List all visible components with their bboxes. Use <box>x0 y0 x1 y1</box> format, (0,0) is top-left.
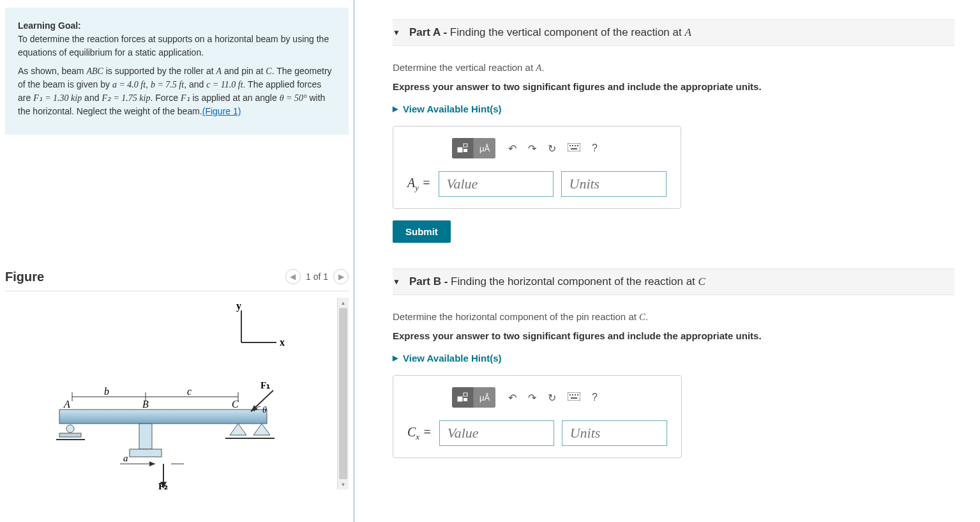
svg-rect-12 <box>130 449 162 457</box>
svg-marker-20 <box>253 424 270 435</box>
part-A-header[interactable]: ▼ Part A - Finding the vertical componen… <box>393 19 954 46</box>
undo-icon[interactable]: ↶ <box>508 392 516 404</box>
axis-x-label: x <box>280 337 285 348</box>
help-icon[interactable]: ? <box>592 142 598 154</box>
svg-rect-11 <box>139 424 152 449</box>
figure-section: Figure ◀ 1 of 1 ▶ y x <box>0 269 354 489</box>
svg-rect-38 <box>572 394 573 395</box>
answer-toolbar: μÅ ↶ ↷ ↻ ? <box>452 387 667 408</box>
figure-next-button[interactable]: ▶ <box>333 269 349 284</box>
special-chars-button[interactable]: μÅ <box>474 138 495 158</box>
point-C-label: C <box>232 399 239 410</box>
figure-prev-button[interactable]: ◀ <box>285 269 301 284</box>
part-A-instruction: Determine the vertical reaction at A. <box>393 62 954 73</box>
dim-b-label: b <box>104 386 109 397</box>
expand-icon: ▶ <box>393 105 398 113</box>
special-chars-button[interactable]: μÅ <box>474 387 495 408</box>
reset-icon[interactable]: ↻ <box>548 392 556 404</box>
dim-c-label: c <box>187 386 192 397</box>
expand-icon: ▶ <box>393 354 398 362</box>
figure-link[interactable]: (Figure 1) <box>202 106 241 116</box>
help-icon[interactable]: ? <box>592 392 598 403</box>
svg-rect-35 <box>464 398 467 401</box>
figure-pager-text: 1 of 1 <box>306 272 328 282</box>
left-panel: Learning Goal: To determine the reaction… <box>0 0 354 522</box>
point-A-label: A <box>63 399 70 410</box>
figure-title: Figure <box>5 270 44 284</box>
template-button[interactable] <box>452 387 474 408</box>
part-B-var-label: Cx = <box>407 425 432 442</box>
learning-goal-box: Learning Goal: To determine the reaction… <box>5 8 349 135</box>
svg-rect-25 <box>464 144 467 147</box>
part-A-var-label: Ay = <box>407 176 431 193</box>
redo-icon[interactable]: ↷ <box>528 392 536 404</box>
figure-pager: ◀ 1 of 1 ▶ <box>285 269 349 284</box>
svg-rect-39 <box>575 394 576 395</box>
part-A-title: Part A - Finding the vertical component … <box>409 26 691 39</box>
part-B-header[interactable]: ▼ Part B - Finding the horizontal compon… <box>393 268 954 295</box>
scroll-thumb[interactable] <box>339 308 347 479</box>
svg-rect-37 <box>569 394 571 395</box>
collapse-icon[interactable]: ▼ <box>393 277 400 286</box>
answer-toolbar: μÅ ↶ ↷ ↻ ? <box>452 138 667 158</box>
force-F2-label: F₂ <box>158 481 168 489</box>
point-B-label: B <box>142 399 149 410</box>
part-B-units-input[interactable] <box>562 420 667 446</box>
svg-rect-31 <box>577 145 578 146</box>
svg-marker-18 <box>230 424 246 435</box>
keyboard-icon[interactable] <box>568 142 580 154</box>
svg-point-8 <box>66 425 74 433</box>
svg-rect-24 <box>458 148 462 152</box>
learning-goal-title: Learning Goal: <box>18 20 81 31</box>
part-B-bold-instruction: Express your answer to two significant f… <box>393 330 954 341</box>
part-A-hints-link[interactable]: ▶View Available Hint(s) <box>393 104 954 114</box>
part-A-submit-button[interactable]: Submit <box>393 220 451 243</box>
collapse-icon[interactable]: ▼ <box>393 28 400 37</box>
svg-rect-33 <box>458 397 462 401</box>
svg-rect-7 <box>59 410 267 424</box>
dim-a-label: a <box>123 453 128 463</box>
svg-rect-9 <box>59 433 81 437</box>
part-B-value-input[interactable] <box>439 420 554 446</box>
svg-rect-27 <box>568 143 580 151</box>
part-B-hints-link[interactable]: ▶View Available Hint(s) <box>393 353 954 364</box>
svg-marker-16 <box>149 461 155 466</box>
part-A-section: ▼ Part A - Finding the vertical componen… <box>393 19 954 243</box>
svg-rect-34 <box>464 393 467 396</box>
part-B-instruction: Determine the horizontal component of th… <box>393 311 954 323</box>
svg-rect-40 <box>577 394 578 395</box>
redo-icon[interactable]: ↷ <box>528 142 536 155</box>
svg-rect-36 <box>568 392 580 401</box>
part-A-bold-instruction: Express your answer to two significant f… <box>393 81 954 92</box>
angle-theta-label: θ <box>262 405 267 415</box>
svg-rect-41 <box>571 397 577 399</box>
axis-y-label: y <box>236 300 241 312</box>
part-B-answer-box: μÅ ↶ ↷ ↻ ? Cx = <box>393 375 682 458</box>
right-panel: ▼ Part A - Finding the vertical componen… <box>354 0 980 522</box>
svg-rect-29 <box>572 145 573 146</box>
svg-rect-28 <box>569 145 571 146</box>
figure-scrollbar[interactable]: ▲ ▼ <box>337 298 349 489</box>
scroll-up-icon[interactable]: ▲ <box>338 298 349 308</box>
svg-rect-26 <box>464 149 467 152</box>
part-A-answer-box: μÅ ↶ ↷ ↻ ? Ay = <box>393 126 681 209</box>
figure-image: y x b c A <box>5 298 337 489</box>
svg-rect-30 <box>575 145 576 146</box>
learning-goal-p1: To determine the reaction forces at supp… <box>18 34 329 58</box>
part-B-section: ▼ Part B - Finding the horizontal compon… <box>393 268 954 470</box>
part-A-units-input[interactable] <box>561 171 667 197</box>
part-B-title: Part B - Finding the horizontal componen… <box>409 275 705 288</box>
template-button[interactable] <box>452 138 474 158</box>
scroll-down-icon[interactable]: ▼ <box>338 479 349 489</box>
svg-rect-32 <box>571 148 577 150</box>
keyboard-icon[interactable] <box>568 392 580 403</box>
undo-icon[interactable]: ↶ <box>508 142 516 155</box>
learning-goal-p2: As shown, beam ABC is supported by the r… <box>18 65 336 118</box>
part-A-value-input[interactable] <box>439 171 554 197</box>
reset-icon[interactable]: ↻ <box>548 142 556 155</box>
force-F1-label: F₁ <box>260 380 270 390</box>
